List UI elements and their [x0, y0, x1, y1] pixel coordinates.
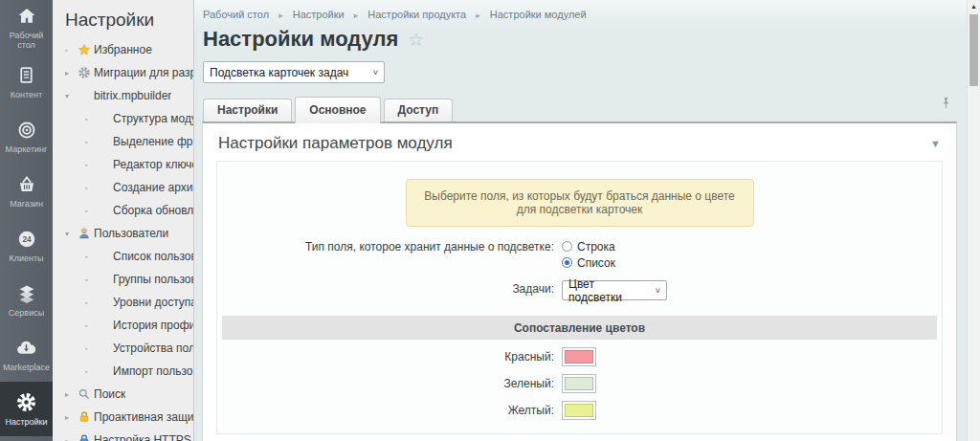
tab-label: Настройки	[217, 103, 278, 117]
radio-icon[interactable]	[562, 241, 572, 252]
star-icon	[78, 43, 94, 56]
color-mapping-rows: Красный: Зеленый: Желтый:	[217, 347, 942, 420]
expand-arrow-icon[interactable]: ▸	[65, 413, 78, 422]
expand-arrow-icon[interactable]: ▪	[85, 276, 97, 283]
sidebar-menu-item[interactable]: ▪ Выделение фраз	[53, 130, 193, 153]
tab-label: Доступ	[398, 103, 439, 117]
tabs-bar: Настройки Основное Доступ	[203, 97, 968, 121]
color-row: Желтый:	[217, 401, 942, 420]
breadcrumb-link[interactable]: Настройки продукта	[368, 9, 466, 20]
search-icon	[78, 387, 94, 401]
sidebar-menu-item[interactable]: ▪ Создание архива	[53, 176, 193, 199]
sidebar-menu-item[interactable]: ▪ Уровни доступа	[53, 291, 193, 314]
pin-icon[interactable]	[940, 97, 952, 114]
radio-option[interactable]: Список	[562, 254, 615, 271]
expand-arrow-icon[interactable]: ▪	[85, 139, 97, 145]
color-swatch-button[interactable]	[562, 374, 596, 393]
page-scrollbar[interactable]: ▲	[967, 0, 980, 441]
expand-arrow-icon[interactable]: ▪	[85, 345, 97, 352]
sidebar-menu-item[interactable]: ▸ Поиск	[53, 383, 193, 406]
field-type-radio-group: Строка Список	[562, 238, 615, 271]
marketing-icon	[15, 119, 38, 142]
rail-item-label: Рабочий стол	[2, 31, 52, 51]
color-label: Красный:	[217, 350, 562, 364]
module-select[interactable]: Подсветка карточек задач ˅	[203, 61, 385, 83]
scrollbar-thumb[interactable]	[969, 14, 978, 86]
sidebar-menu-item[interactable]: ▪ Избранное	[53, 38, 193, 61]
color-swatch	[565, 350, 593, 364]
expand-arrow-icon[interactable]: ▸	[65, 390, 78, 399]
hint-notice: Выберите поля, из которых будут браться …	[406, 179, 754, 227]
sidebar-menu-item[interactable]: ▪ Сборка обновлений	[53, 199, 193, 222]
rail-item[interactable]: Настройки	[0, 382, 53, 436]
panel-title: Настройки параметров модуля	[218, 134, 453, 153]
store-icon	[15, 173, 38, 196]
sidebar-item-label: Проактивная защита	[94, 410, 193, 424]
rail-item-label: Контент	[11, 90, 42, 99]
sidebar-item-label: Настройка HTTPS	[94, 433, 191, 441]
rail-item-label: Marketplace	[3, 363, 50, 372]
field-type-label: Тип поля, которое хранит данные о подсве…	[217, 238, 562, 271]
expand-arrow-icon[interactable]: ▪	[85, 185, 97, 191]
clients-icon: 24	[15, 228, 38, 251]
color-swatch-button[interactable]	[562, 401, 596, 420]
main-content: Рабочий стол ▸ Настройки ▸ Настройки про…	[194, 0, 968, 441]
section-header: Сопоставление цветов	[222, 316, 937, 340]
collapse-chevron-icon[interactable]: ▼	[930, 138, 941, 149]
tasks-select[interactable]: Цвет подсветки ˅	[562, 280, 667, 300]
radio-option[interactable]: Строка	[562, 238, 615, 254]
rail-item[interactable]: Marketplace	[0, 327, 53, 382]
breadcrumb-link[interactable]: Настройки модулей	[490, 9, 587, 20]
sidebar-menu-item[interactable]: ▾ Пользователи	[53, 222, 193, 245]
expand-arrow-icon[interactable]: ▾	[65, 230, 78, 238]
sidebar-item-label: Устройства пользователей	[113, 342, 193, 355]
app-rail: Рабочий стол Контент Маркетинг Магазин 2…	[0, 0, 53, 441]
expand-arrow-icon[interactable]: ▪	[85, 368, 97, 375]
rail-item[interactable]: Контент	[0, 55, 53, 109]
color-row: Зеленый:	[217, 374, 942, 393]
expand-arrow-icon[interactable]: ▪	[85, 208, 97, 214]
content-icon	[15, 64, 38, 87]
sidebar-menu-item[interactable]: ▾ bitrix.mpbuilder	[53, 84, 193, 107]
expand-arrow-icon[interactable]: ▪	[65, 437, 78, 441]
tab[interactable]: Доступ	[384, 99, 454, 121]
expand-arrow-icon[interactable]: ▪	[85, 116, 97, 122]
sidebar-item-label: Поиск	[94, 387, 125, 401]
expand-arrow-icon[interactable]: ▪	[85, 299, 97, 306]
sidebar-menu-item[interactable]: ▸ Проактивная защита	[53, 406, 193, 429]
expand-arrow-icon[interactable]: ▪	[85, 254, 97, 260]
sidebar-menu-item[interactable]: ▪ Группы пользователей	[53, 268, 193, 291]
rail-item[interactable]: Маркетинг	[0, 109, 53, 164]
expand-arrow-icon[interactable]: ▪	[65, 47, 78, 54]
rail-item[interactable]: Сервисы	[0, 273, 53, 327]
expand-arrow-icon[interactable]: ▾	[65, 92, 78, 100]
sidebar-menu-item[interactable]: ▪ Список пользователей	[53, 245, 193, 268]
rail-item[interactable]: 24 Клиенты	[0, 218, 53, 273]
expand-arrow-icon[interactable]: ▪	[85, 322, 97, 329]
sidebar-menu-item[interactable]: ▸ Миграции для разработчиков	[53, 61, 193, 84]
sidebar-menu-item[interactable]: ▪ История профилей	[53, 314, 193, 337]
rail-item[interactable]: Магазин	[0, 164, 53, 218]
scrollbar-up-arrow[interactable]: ▲	[968, 0, 980, 12]
tasks-label: Задачи:	[217, 280, 562, 300]
color-swatch-button[interactable]	[562, 347, 596, 366]
sidebar-menu-item[interactable]: ▪ Настройка HTTPS	[53, 429, 193, 441]
sidebar-item-label: Редактор ключей	[113, 158, 193, 171]
favorite-star-icon[interactable]: ☆	[408, 29, 424, 51]
radio-icon[interactable]	[562, 257, 572, 268]
sidebar-menu-item[interactable]: ▪ Импорт пользователей	[53, 360, 193, 383]
expand-arrow-icon[interactable]: ▪	[85, 162, 97, 168]
rail-item[interactable]: Рабочий стол	[0, 0, 53, 55]
chevron-down-icon: ˅	[656, 286, 660, 296]
breadcrumb-link[interactable]: Рабочий стол	[203, 9, 269, 20]
svg-text:24: 24	[22, 235, 32, 244]
expand-arrow-icon[interactable]: ▸	[65, 69, 78, 77]
sidebar-menu-item[interactable]: ▪ Редактор ключей	[53, 153, 193, 176]
sidebar-menu-item[interactable]: ▪ Структура модуля	[53, 107, 193, 130]
tab[interactable]: Основное	[295, 97, 380, 123]
sidebar-menu-item[interactable]: ▪ Устройства пользователей	[53, 337, 193, 360]
sidebar-item-label: Список пользователей	[113, 250, 193, 263]
breadcrumb-link[interactable]: Настройки	[293, 9, 345, 20]
tab[interactable]: Настройки	[203, 99, 292, 121]
settings-form: Выберите поля, из которых будут браться …	[216, 161, 943, 434]
